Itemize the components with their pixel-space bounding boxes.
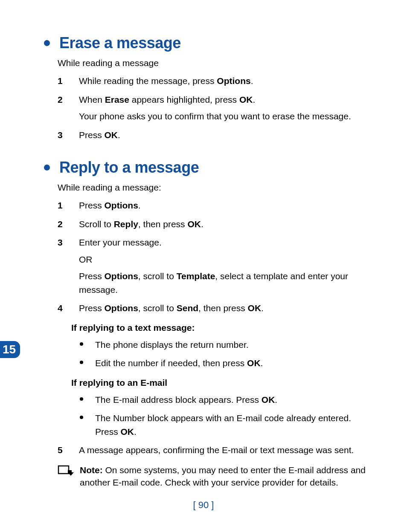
page-content: 15 Erase a message While reading a messa… [0,0,407,532]
list-item-text: The Number block appears with an E-mail … [95,411,371,438]
step-body: Press Options, scroll to Send, then pres… [79,301,371,315]
step-text: Scroll to Reply, then press OK. [79,217,371,231]
heading-text: Reply to a message [59,159,199,176]
step-number: 1 [58,74,79,88]
step-text: Press Options, scroll to Send, then pres… [79,301,371,315]
step-number: 2 [58,93,79,123]
list-item: The E-mail address block appears. Press … [80,393,371,407]
subsection-text: If replying to a text message: The phone… [36,323,371,370]
bullet-dot-icon [80,342,83,346]
step-body: A message appears, confirming the E-mail… [79,443,371,457]
step-text: Enter your message. [79,236,371,249]
sub-bullets: The E-mail address block appears. Press … [80,393,371,439]
list-item-text: The E-mail address block appears. Press … [95,393,371,407]
step: 3Press OK. [58,128,371,142]
page-number: [ 90 ] [0,500,407,511]
step-body: While reading the message, press Options… [79,74,371,88]
step-text: Press OK. [79,128,371,142]
step: 2When Erase appears highlighted, press O… [58,93,371,123]
step-number: 3 [58,236,79,296]
section-erase: Erase a message While reading a message … [36,34,371,142]
step: 1While reading the message, press Option… [58,74,371,88]
heading-text: Erase a message [59,34,181,52]
heading-erase: Erase a message [36,34,371,52]
note-row: Note: On some systems, you may need to e… [58,464,371,489]
step: 4Press Options, scroll to Send, then pre… [58,301,371,315]
steps-reply-2: 5A message appears, confirming the E-mai… [58,443,371,457]
step: 1Press Options. [58,199,371,212]
intro-erase: While reading a message [58,58,371,68]
section-reply: Reply to a message While reading a messa… [36,159,371,489]
step-body: When Erase appears highlighted, press OK… [79,93,371,123]
step-body: Press Options. [79,199,371,212]
bullet-dot-icon [80,416,83,419]
step-text: A message appears, confirming the E-mail… [79,443,371,457]
note-body: On some systems, you may need to enter t… [80,465,366,487]
step-body: Scroll to Reply, then press OK. [79,217,371,231]
step: 5A message appears, confirming the E-mai… [58,443,371,457]
list-item: The Number block appears with an E-mail … [80,411,371,438]
subhead: If replying to a text message: [71,323,371,333]
note-icon [58,465,75,489]
note-text: Note: On some systems, you may need to e… [80,464,371,489]
bullet-icon [44,40,50,46]
step-text: Press Options, scroll to Template, selec… [79,269,371,296]
svg-rect-0 [58,466,69,474]
step-number: 1 [58,199,79,212]
steps-reply: 1Press Options.2Scroll to Reply, then pr… [58,199,371,315]
step-text: Press Options. [79,199,371,212]
bullet-dot-icon [80,361,83,364]
list-item: The phone displays the return number. [80,338,371,352]
step-body: Press OK. [79,128,371,142]
step-text: OR [79,253,371,266]
sub-bullets: The phone displays the return number.Edi… [80,338,371,370]
heading-reply: Reply to a message [36,159,371,176]
list-item-text: The phone displays the return number. [95,338,371,352]
subhead: If replying to an E-mail [71,378,371,388]
step-number: 4 [58,301,79,315]
step: 3Enter your message.ORPress Options, scr… [58,236,371,296]
step-number: 2 [58,217,79,231]
note-label: Note: [80,465,103,475]
bullet-dot-icon [80,397,83,401]
svg-rect-2 [68,470,72,474]
bullet-icon [44,165,50,171]
step-text: Your phone asks you to confirm that you … [79,110,371,123]
step-text: When Erase appears highlighted, press OK… [79,93,371,107]
intro-reply: While reading a message: [58,182,371,193]
step-text: While reading the message, press Options… [79,74,371,88]
step-number: 5 [58,443,79,457]
chapter-tab: 15 [0,341,20,358]
steps-erase: 1While reading the message, press Option… [58,74,371,142]
list-item: Edit the number if needed, then press OK… [80,356,371,370]
list-item-text: Edit the number if needed, then press OK… [95,356,371,370]
step-body: Enter your message.ORPress Options, scro… [79,236,371,296]
step: 2Scroll to Reply, then press OK. [58,217,371,231]
subsection-email: If replying to an E-mail The E-mail addr… [36,378,371,439]
step-number: 3 [58,128,79,142]
